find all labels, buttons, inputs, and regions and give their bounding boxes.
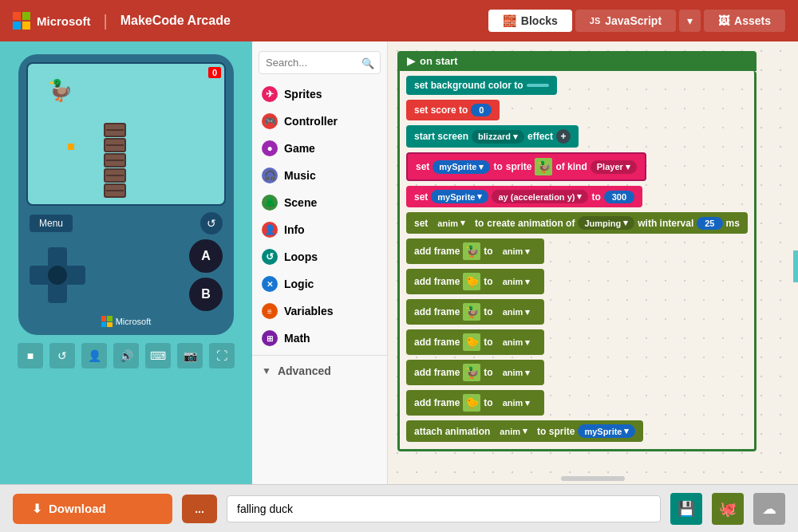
menu-button[interactable]: Menu [30,215,73,232]
sprites-icon: ✈ [262,86,278,102]
category-math[interactable]: ⊞ Math [252,325,387,352]
bg-color-toggle[interactable] [527,84,549,87]
frame-sprite-1[interactable]: 🦆 [463,242,480,260]
anim-chip[interactable]: anim▾ [431,216,472,230]
mysprite-chip[interactable]: mySprite▾ [433,160,490,174]
category-controller[interactable]: 🎮 Controller [252,108,387,135]
logic-icon: ✕ [262,276,278,292]
ay-value[interactable]: 300 [604,191,634,203]
frame-sprite-4[interactable]: 🐤 [463,333,480,351]
ms-label2: ms [726,218,740,229]
download-button[interactable]: ⬇ Download [13,494,172,524]
b-button[interactable]: B [189,278,223,311]
attach-sprite-chip[interactable]: mySprite▾ [578,424,635,438]
add-frame-6[interactable]: add frame 🐤 to anim▾ [406,390,544,416]
interval-label: with interval [638,218,693,229]
frame-sprite-3[interactable]: 🦆 [463,303,480,321]
screen-effect-block[interactable]: start screen blizzard▾ effect + [406,125,579,148]
dpad[interactable] [30,247,85,303]
info-icon: 👤 [262,222,278,238]
ab-buttons: A B [189,239,223,311]
github-icon: 🐙 [719,500,737,518]
category-variables[interactable]: ≡ Variables [252,298,387,325]
search-icon: 🔍 [361,57,374,69]
restart-button[interactable]: ↺ [49,343,75,368]
music-label: Music [284,169,316,182]
to-lbl6: to [484,397,492,408]
add-frame-label2: add frame [414,276,460,287]
a-button[interactable]: A [189,239,223,273]
attach-anim-chip[interactable]: anim▾ [493,424,534,438]
frame-anim-5[interactable]: anim▾ [496,366,537,380]
add-frame-5[interactable]: add frame 🦆 to anim▾ [406,360,544,385]
add-frame-2[interactable]: add frame 🐤 to anim▾ [406,269,544,294]
variables-label: Variables [284,305,334,317]
refresh-button[interactable]: ↺ [200,212,223,234]
collapse-arrow[interactable]: ‹ [793,250,798,282]
main-layout: 0 🦆 [0,41,798,484]
frame-sprite-2[interactable]: 🐤 [463,273,480,290]
sprite-image[interactable]: 🦆 [535,158,552,175]
tab-dropdown-arrow[interactable]: ▾ [679,10,701,32]
categories-panel: 🔍 ✈ Sprites 🎮 Controller ● Game 🎧 Music … [252,41,388,484]
kind-label: of kind [555,161,587,172]
mysprite-ay-chip[interactable]: mySprite▾ [431,190,488,203]
add-frame-label3: add frame [414,306,460,317]
frame-anim-6[interactable]: anim▾ [496,396,537,410]
tab-blocks[interactable]: 🧱 Blocks [488,10,572,32]
category-sprites[interactable]: ✈ Sprites [252,81,387,108]
category-music[interactable]: 🎧 Music [252,162,387,189]
effect-plus[interactable]: + [556,129,571,144]
math-label: Math [284,332,310,345]
screenshot-button[interactable]: 📷 [177,343,203,368]
frame-anim-2[interactable]: anim▾ [496,275,537,289]
block-add-frame-2: add frame 🐤 to anim▾ [406,269,748,294]
tab-javascript[interactable]: JS JavaScript [575,10,676,32]
player-dropdown[interactable]: Player▾ [591,160,637,174]
workspace-scrollbar[interactable] [561,476,625,481]
cloud-button[interactable]: ☁ [753,493,785,525]
category-scene[interactable]: 🌲 Scene [252,189,387,216]
interval-val[interactable]: 25 [697,217,722,230]
sprite-label: sprite [506,161,532,172]
category-logic[interactable]: ✕ Logic [252,270,387,298]
block-add-frame-1: add frame 🦆 to anim▾ [406,238,748,264]
fullscreen-button[interactable]: ⛶ [209,343,235,368]
jumping-dropdown[interactable]: Jumping▾ [578,216,634,230]
category-loops[interactable]: ↺ Loops [252,243,387,270]
category-game[interactable]: ● Game [252,135,387,162]
keyboard-button[interactable]: ⌨ [145,343,171,368]
tab-assets[interactable]: 🖼 Assets [704,10,785,32]
score-val[interactable]: 0 [471,104,492,116]
add-frame-3[interactable]: add frame 🦆 to anim▾ [406,299,544,325]
on-start-header: ▶ on start [397,51,757,71]
avatar-button[interactable]: 👤 [81,343,107,368]
save-button[interactable]: 💾 [670,493,702,525]
frame-anim-4[interactable]: anim▾ [496,336,537,349]
category-advanced[interactable]: ▼ Advanced [252,359,387,383]
project-name-input[interactable] [227,495,661,522]
set-bg-block[interactable]: set background color to [406,76,557,95]
add-frame-4[interactable]: add frame 🐤 to anim▾ [406,329,544,355]
frame-anim-3[interactable]: anim▾ [496,305,537,319]
category-info[interactable]: 👤 Info [252,216,387,243]
frame-sprite-6[interactable]: 🐤 [463,394,480,412]
github-button[interactable]: 🐙 [712,493,744,525]
sound-button[interactable]: 🔊 [113,343,139,368]
stop-button[interactable]: ■ [18,343,43,368]
set-sprite-block[interactable]: set mySprite▾ to sprite 🦆 of kind Player… [406,152,646,181]
more-options-button[interactable]: ... [182,495,217,523]
frame-sprite-5[interactable]: 🦆 [463,364,480,381]
block-add-frame-3: add frame 🦆 to anim▾ [406,299,748,325]
blizzard-dropdown[interactable]: blizzard▾ [472,130,524,144]
ay-dropdown[interactable]: ay (acceleration y)▾ [492,190,588,203]
frame-anim-1[interactable]: anim▾ [496,245,537,258]
set-score-label: set score to [414,104,468,116]
attach-anim-block[interactable]: attach animation anim▾ to sprite mySprit… [406,420,643,442]
set-score-block[interactable]: set score to 0 [406,100,500,120]
set-ay-block[interactable]: set mySprite▾ ay (acceleration y)▾ to 30… [406,186,642,207]
add-frame-1[interactable]: add frame 🦆 to anim▾ [406,238,544,264]
header-tabs: 🧱 Blocks JS JavaScript ▾ 🖼 Assets [488,10,785,32]
attach-label: attach animation [414,426,490,437]
set-anim-block[interactable]: set anim▾ to create animation of Jumping… [406,212,748,234]
